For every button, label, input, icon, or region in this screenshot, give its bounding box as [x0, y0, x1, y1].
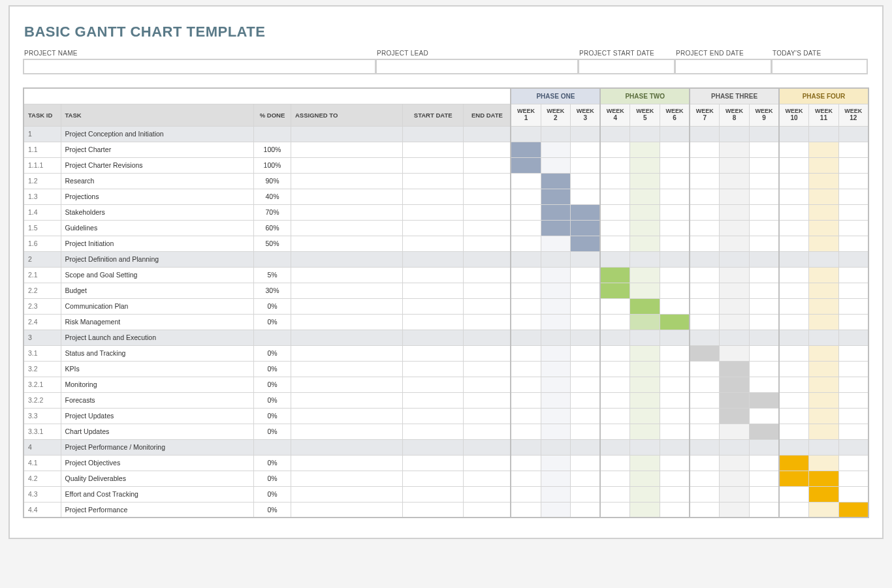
gantt-cell[interactable] [571, 126, 601, 142]
gantt-cell[interactable] [779, 439, 809, 455]
gantt-cell[interactable] [809, 173, 839, 189]
cell-assigned[interactable] [291, 330, 403, 345]
gantt-cell[interactable] [511, 408, 541, 424]
gantt-cell[interactable] [571, 283, 601, 298]
gantt-cell[interactable] [838, 251, 868, 267]
cell-assigned[interactable] [291, 126, 403, 142]
table-row[interactable]: 3.2KPIs0% [24, 361, 868, 377]
cell-end[interactable] [464, 283, 511, 298]
gantt-cell[interactable] [690, 502, 720, 518]
cell-start[interactable] [403, 204, 464, 220]
cell-end[interactable] [464, 455, 511, 471]
gantt-cell[interactable] [630, 251, 660, 267]
gantt-cell[interactable] [511, 486, 541, 502]
cell-done[interactable]: 0% [253, 314, 291, 330]
cell-task[interactable]: Budget [61, 283, 253, 298]
gantt-cell[interactable] [660, 267, 690, 283]
gantt-cell[interactable] [541, 439, 571, 455]
gantt-cell[interactable] [630, 377, 660, 392]
gantt-cell[interactable] [749, 455, 779, 471]
table-row[interactable]: 3.3.1Chart Updates0% [24, 424, 868, 439]
gantt-cell[interactable] [838, 298, 868, 314]
gantt-cell[interactable] [541, 314, 571, 330]
table-row[interactable]: 2.2Budget30% [24, 283, 868, 298]
cell-assigned[interactable] [291, 204, 403, 220]
gantt-cell[interactable] [511, 157, 541, 173]
gantt-cell[interactable] [600, 220, 630, 236]
gantt-cell[interactable] [838, 283, 868, 298]
gantt-cell[interactable] [809, 314, 839, 330]
gantt-cell[interactable] [838, 471, 868, 486]
cell-done[interactable]: 70% [253, 204, 291, 220]
gantt-cell[interactable] [511, 345, 541, 361]
gantt-cell[interactable] [600, 486, 630, 502]
gantt-cell[interactable] [779, 173, 809, 189]
cell-assigned[interactable] [291, 220, 403, 236]
gantt-cell[interactable] [571, 142, 601, 157]
cell-start[interactable] [403, 251, 464, 267]
gantt-cell[interactable] [809, 267, 839, 283]
gantt-cell[interactable] [779, 408, 809, 424]
gantt-cell[interactable] [690, 204, 720, 220]
gantt-cell[interactable] [660, 157, 690, 173]
cell-id[interactable]: 1.1.1 [24, 157, 61, 173]
gantt-cell[interactable] [720, 236, 750, 251]
cell-task[interactable]: Project Charter Revisions [61, 157, 253, 173]
gantt-cell[interactable] [779, 157, 809, 173]
cell-assigned[interactable] [291, 236, 403, 251]
gantt-cell[interactable] [571, 361, 601, 377]
table-row[interactable]: 3.2.1Monitoring0% [24, 377, 868, 392]
gantt-cell[interactable] [749, 486, 779, 502]
gantt-cell[interactable] [749, 204, 779, 220]
cell-id[interactable]: 1.1 [24, 142, 61, 157]
table-row[interactable]: 3.1Status and Tracking0% [24, 345, 868, 361]
cell-end[interactable] [464, 486, 511, 502]
cell-done[interactable]: 0% [253, 408, 291, 424]
gantt-cell[interactable] [838, 439, 868, 455]
cell-start[interactable] [403, 486, 464, 502]
gantt-cell[interactable] [571, 439, 601, 455]
cell-start[interactable] [403, 220, 464, 236]
gantt-cell[interactable] [720, 126, 750, 142]
gantt-cell[interactable] [779, 377, 809, 392]
gantt-cell[interactable] [749, 173, 779, 189]
gantt-cell[interactable] [541, 392, 571, 408]
cell-assigned[interactable] [291, 424, 403, 439]
gantt-cell[interactable] [809, 236, 839, 251]
table-row[interactable]: 4Project Performance / Monitoring [24, 439, 868, 455]
gantt-cell[interactable] [600, 471, 630, 486]
gantt-cell[interactable] [720, 392, 750, 408]
gantt-cell[interactable] [838, 220, 868, 236]
cell-start[interactable] [403, 439, 464, 455]
gantt-cell[interactable] [838, 236, 868, 251]
gantt-cell[interactable] [809, 330, 839, 345]
cell-assigned[interactable] [291, 173, 403, 189]
cell-start[interactable] [403, 142, 464, 157]
cell-done[interactable]: 0% [253, 377, 291, 392]
gantt-cell[interactable] [660, 251, 690, 267]
gantt-cell[interactable] [541, 298, 571, 314]
gantt-cell[interactable] [809, 126, 839, 142]
gantt-cell[interactable] [630, 220, 660, 236]
gantt-cell[interactable] [630, 142, 660, 157]
cell-start[interactable] [403, 408, 464, 424]
gantt-cell[interactable] [779, 267, 809, 283]
gantt-cell[interactable] [779, 486, 809, 502]
cell-end[interactable] [464, 345, 511, 361]
gantt-cell[interactable] [779, 314, 809, 330]
gantt-cell[interactable] [838, 455, 868, 471]
cell-start[interactable] [403, 126, 464, 142]
gantt-cell[interactable] [749, 377, 779, 392]
cell-assigned[interactable] [291, 361, 403, 377]
table-row[interactable]: 4.3Effort and Cost Tracking0% [24, 486, 868, 502]
gantt-cell[interactable] [511, 267, 541, 283]
gantt-cell[interactable] [838, 345, 868, 361]
cell-start[interactable] [403, 392, 464, 408]
table-row[interactable]: 4.2Quality Deliverables0% [24, 471, 868, 486]
gantt-cell[interactable] [838, 157, 868, 173]
gantt-cell[interactable] [511, 298, 541, 314]
cell-done[interactable]: 0% [253, 392, 291, 408]
cell-task[interactable]: Forecasts [61, 392, 253, 408]
gantt-cell[interactable] [511, 392, 541, 408]
gantt-cell[interactable] [749, 345, 779, 361]
